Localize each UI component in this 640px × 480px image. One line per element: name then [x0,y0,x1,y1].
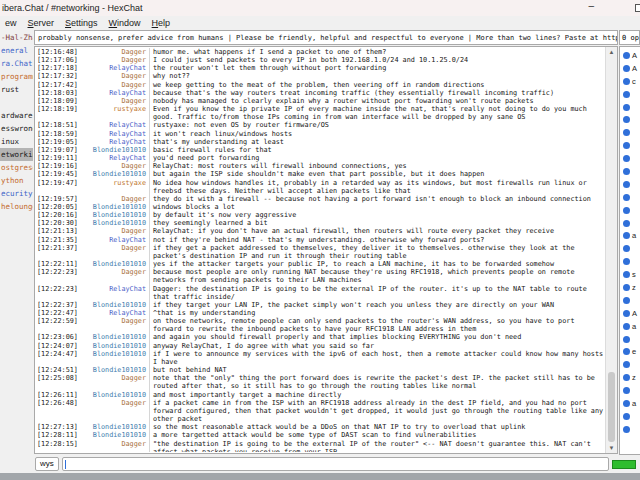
nick-label[interactable]: Blondie101010 [93,333,146,341]
nick-label[interactable]: RelayChat [109,154,146,162]
user-list-item[interactable] [620,152,640,165]
nick-label[interactable]: rustyaxe [113,105,146,121]
nick-label[interactable]: Blondie101010 [93,170,146,178]
tree-item-ostgresq[interactable]: ostgresq [0,161,33,174]
user-list-item[interactable] [620,423,640,436]
user-list-item[interactable]: a [620,397,640,410]
tree-item-rust[interactable]: rust [0,83,33,96]
nick-label[interactable]: Blondie101010 [93,431,146,439]
tree-item-ardware[interactable]: ardware [0,109,33,122]
nick-label[interactable]: Dagger [121,399,146,423]
menu-window[interactable]: Window [109,18,141,28]
user-list-item[interactable]: z [620,371,640,384]
nick-label[interactable]: Dagger [121,81,146,89]
nick-label[interactable]: Blondie101010 [93,423,146,431]
menu-settings[interactable]: Settings [65,18,98,28]
user-list-item[interactable] [620,255,640,268]
nick-label[interactable]: rustyaxe [113,179,146,195]
nick-label[interactable]: Blondie101010 [93,211,146,219]
maximize-button[interactable] [635,4,640,12]
user-list-item[interactable] [620,165,640,178]
user-list-item[interactable]: A [620,49,640,62]
tree-item-esswrong[interactable]: esswrong [0,122,33,135]
nick-label[interactable]: RelayChat [109,130,146,138]
scroll-up-icon[interactable]: ▲ [606,47,617,57]
nick-label[interactable]: Dagger [121,162,146,170]
chat-message: [12:24:51]Blondie101010but not behind NA… [37,366,604,374]
nick-label[interactable]: Dagger [121,440,146,453]
nick-label[interactable]: Dagger [121,374,146,390]
menu-help[interactable]: Help [152,18,171,28]
nick-label[interactable]: Blondie101010 [93,350,146,366]
nick-label[interactable]: RelayChat [109,89,146,97]
user-list-item[interactable] [620,384,640,397]
user-list-item[interactable] [620,113,640,126]
user-list-item[interactable] [620,410,640,423]
nick-label[interactable]: Blondie101010 [93,366,146,374]
nick-label[interactable]: Blondie101010 [93,260,146,268]
nick-label[interactable]: Blondie101010 [93,203,146,211]
chat-message: [12:17:42]Daggerwe keep getting to the m… [37,81,604,89]
nick-label[interactable]: Dagger [121,48,146,56]
menu-ew[interactable]: ew [5,18,17,28]
user-list-item[interactable]: a [620,229,640,242]
nick-label[interactable]: Blondie101010 [93,301,146,309]
tree-item-eneral[interactable]: eneral [0,44,33,57]
user-list-item[interactable]: z [620,281,640,294]
user-list-item[interactable]: e [620,345,640,358]
tree-item-etworkin[interactable]: etworkin [0,148,33,161]
user-list-item[interactable]: a [620,320,640,333]
user-list-item[interactable] [620,126,640,139]
user-list-item[interactable] [620,217,640,230]
nick-label[interactable]: RelayChat [109,64,146,72]
chat-scrollbar[interactable]: ▲ ▼ [605,47,617,453]
tree-item-blank[interactable] [0,96,33,109]
nick-label[interactable]: RelayChat [109,285,146,301]
nick-label[interactable]: Dagger [121,195,146,203]
nick-label[interactable]: Dagger [121,56,146,64]
minimize-button[interactable]: – [588,0,594,11]
scrollbar-thumb[interactable] [608,372,615,442]
message-input[interactable] [62,457,609,471]
user-list-item[interactable]: A [620,307,640,320]
nick-label[interactable]: Dagger [121,268,146,284]
tree-item-ra.Chat[interactable]: ra.Chat [0,57,33,70]
tree-item-inux[interactable]: inux [0,135,33,148]
nick-label[interactable]: Blondie101010 [93,391,146,399]
nick-label[interactable]: Blondie101010 [93,146,146,154]
scroll-down-icon[interactable]: ▼ [606,443,617,453]
nick-label[interactable]: Dagger [121,72,146,80]
user-list-item[interactable] [620,101,640,114]
user-list-item[interactable] [620,88,640,101]
nick-label[interactable]: Blondie101010 [93,342,146,350]
user-list-item[interactable]: s [620,268,640,281]
user-list-item[interactable] [620,178,640,191]
user-list-item[interactable] [620,242,640,255]
nick-label[interactable]: Dagger [121,227,146,235]
chat-message: [12:28:15]Dagger"the destination IP is g… [37,440,604,453]
user-list-item[interactable] [620,191,640,204]
user-list-item[interactable] [620,204,640,217]
nick-label[interactable]: Dagger [121,244,146,260]
nick-label[interactable]: RelayChat [109,138,146,146]
tree-item-ecurity[interactable]: ecurity [0,187,33,200]
user-list-item[interactable] [620,358,640,371]
tree-item-helounge[interactable]: helounge [0,200,33,213]
nick-label[interactable]: RelayChat [109,309,146,317]
nick-label[interactable]: RelayChat [109,236,146,244]
user-list-item[interactable] [620,333,640,346]
tree-item-ython[interactable]: ython [0,174,33,187]
nick-button[interactable]: wys [35,457,59,471]
user-list-item[interactable] [620,294,640,307]
user-list-item[interactable]: c [620,75,640,88]
user-list-item[interactable] [620,139,640,152]
nick-label[interactable]: Blondie101010 [93,219,146,227]
menu-server[interactable]: Server [28,18,55,28]
nick-label[interactable]: Dagger [121,97,146,105]
nick-label[interactable]: Dagger [121,317,146,333]
nick-label[interactable]: RelayChat [109,121,146,129]
user-list-item[interactable]: A [620,62,640,75]
topic-input[interactable]: probably nonsense, prefer advice from hu… [34,30,618,45]
tree-item-programm[interactable]: programm [0,70,33,83]
tree-item--Hal-Zha[interactable]: -Hal-Zha [0,31,33,44]
